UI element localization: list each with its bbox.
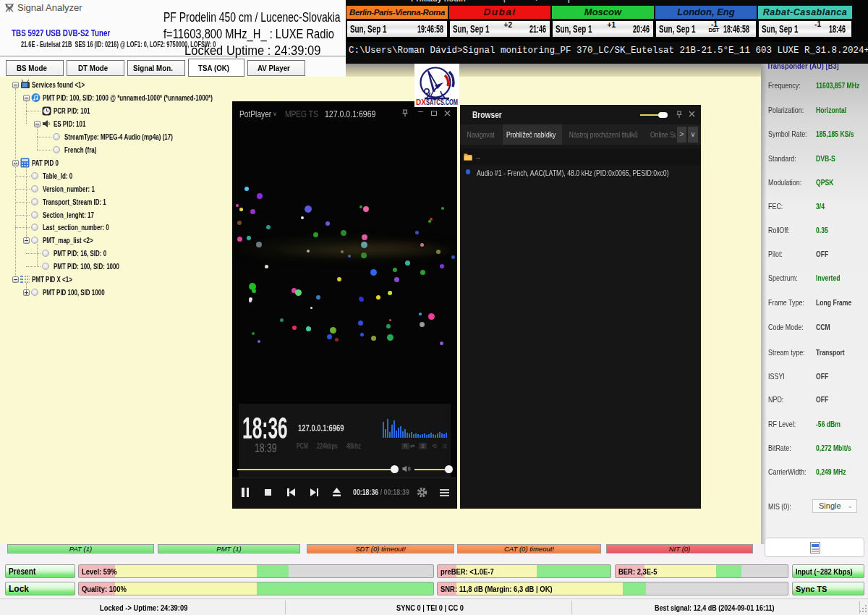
svg-text:SATCS.COM: SATCS.COM [426,98,458,106]
svg-text:DX: DX [416,98,426,106]
